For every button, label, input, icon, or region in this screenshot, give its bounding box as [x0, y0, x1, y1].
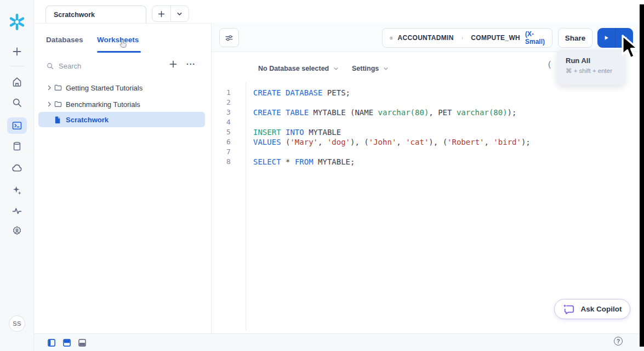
- worksheets-terminal-icon[interactable]: [7, 117, 27, 134]
- run-all-label: Run All: [566, 56, 625, 65]
- search-icon[interactable]: [12, 97, 22, 108]
- chevron-right-icon[interactable]: [46, 84, 54, 91]
- mouse-cursor: [620, 34, 641, 61]
- search-placeholder: Search: [59, 62, 81, 70]
- line-number: 1: [212, 88, 246, 98]
- tab-list-chevron-icon[interactable]: [170, 6, 189, 21]
- run-all-menu[interactable]: Run All ⌘ + shift + enter: [557, 49, 625, 85]
- code-line[interactable]: VALUES ('Mary', 'dog'), ('John', 'cat'),…: [253, 137, 531, 147]
- rail-divider: [10, 66, 24, 66]
- folder-label: Benchmarking Tutorials: [66, 100, 140, 109]
- line-number: 3: [212, 107, 246, 117]
- folder-row-benchmarking[interactable]: Benchmarking Tutorials: [38, 97, 205, 112]
- activity-icon[interactable]: [11, 205, 22, 217]
- chevron-down-icon: [383, 65, 389, 72]
- sidebar: Databases Worksheets Search ··· Getting …: [34, 23, 212, 333]
- code-lines[interactable]: CREATE DATABASE PETS; CREATE TABLE MYTAB…: [253, 88, 531, 167]
- active-tab-underline: [97, 51, 141, 53]
- gutter-divider: [246, 82, 246, 330]
- more-options-icon[interactable]: ···: [186, 60, 196, 69]
- role-badge-icon: [390, 33, 393, 43]
- snowflake-logo[interactable]: [8, 13, 26, 31]
- code-line[interactable]: CREATE DATABASE PETS;: [253, 88, 531, 98]
- bottom-bar: ?: [34, 333, 644, 351]
- code-line[interactable]: CREATE TABLE MYTABLE (NAME varchar(80), …: [253, 107, 531, 117]
- worksheet-tabbar: Scratchwork: [34, 0, 644, 23]
- line-number: 6: [212, 137, 246, 147]
- new-item-icon[interactable]: [12, 46, 22, 57]
- database-selector-label: No Database selected: [258, 65, 329, 72]
- cloud-icon[interactable]: [11, 162, 22, 174]
- worksheet-row-scratchwork-selected[interactable]: Scratchwork: [38, 112, 205, 127]
- ask-copilot-label: Ask Copilot: [580, 305, 622, 313]
- folder-icon: [54, 100, 66, 109]
- sidebar-tab-worksheets[interactable]: Worksheets: [97, 36, 139, 44]
- sidebar-actions: ···: [169, 60, 196, 69]
- main-area: ACCOUNTADMIN COMPUTE_WH (X-Small) Share …: [212, 23, 644, 333]
- role-name: ACCOUNTADMIN: [398, 34, 454, 42]
- help-button[interactable]: ?: [614, 337, 623, 346]
- share-button[interactable]: Share: [558, 28, 592, 48]
- database-selector[interactable]: No Database selected: [258, 65, 339, 72]
- code-gutter: 12345678: [212, 88, 246, 167]
- run-button[interactable]: [597, 28, 615, 48]
- worksheet-doc-icon: [54, 116, 66, 124]
- databases-icon[interactable]: [12, 141, 22, 152]
- play-icon: [602, 33, 611, 42]
- line-number: 4: [212, 117, 246, 127]
- separator-dot: [462, 37, 463, 39]
- copilot-sparkle-chat-icon: [562, 304, 575, 315]
- home-icon[interactable]: [11, 76, 22, 88]
- user-avatar[interactable]: SS: [9, 315, 25, 332]
- ask-copilot-button[interactable]: Ask Copilot: [554, 299, 630, 319]
- tab-label: Scratchwork: [54, 11, 95, 19]
- ai-sparkle-icon[interactable]: [12, 185, 22, 196]
- code-line[interactable]: SELECT * FROM MYTABLE;: [253, 157, 531, 167]
- settings-selector[interactable]: Settings: [352, 65, 389, 72]
- chevron-down-icon: [333, 65, 339, 72]
- context-selector[interactable]: ACCOUNTADMIN COMPUTE_WH (X-Small): [382, 28, 552, 48]
- folder-icon: [54, 83, 66, 92]
- sidebar-tab-databases[interactable]: Databases: [46, 36, 83, 44]
- run-all-shortcut: ⌘ + shift + enter: [566, 67, 625, 75]
- warehouse-name: COMPUTE_WH: [471, 34, 520, 42]
- tab-scratchwork[interactable]: Scratchwork: [45, 5, 146, 23]
- code-line[interactable]: [253, 117, 531, 127]
- worksheet-filters-button[interactable]: [219, 28, 239, 47]
- warehouse-size: (X-Small): [525, 30, 545, 46]
- left-rail: SS: [0, 0, 34, 351]
- settings-label: Settings: [352, 65, 379, 72]
- folder-row-getting-started[interactable]: Getting Started Tutorials: [38, 80, 205, 95]
- code-line[interactable]: [253, 147, 531, 157]
- code-line[interactable]: [253, 98, 531, 107]
- code-line[interactable]: INSERT INTO MYTABLE: [253, 127, 531, 137]
- worksheet-label: Scratchwork: [66, 116, 109, 124]
- search-icon: [46, 62, 54, 70]
- sidebar-search-input[interactable]: Search: [46, 62, 81, 70]
- worksheet-toolbar: ACCOUNTADMIN COMPUTE_WH (X-Small) Share: [212, 23, 644, 52]
- chevron-right-icon[interactable]: [46, 101, 54, 107]
- new-tab-button[interactable]: [152, 6, 170, 21]
- folder-label: Getting Started Tutorials: [66, 84, 143, 92]
- sliders-icon: [224, 33, 234, 43]
- hidden-icon-fragment: (: [548, 59, 551, 69]
- toggle-left-panel-icon[interactable]: [48, 339, 55, 347]
- toggle-bottom-panel-icon[interactable]: [78, 339, 86, 347]
- layout-toggles: [48, 339, 86, 347]
- toggle-top-panel-icon[interactable]: [63, 339, 71, 347]
- hand-cursor: [119, 39, 128, 48]
- admin-badge-icon[interactable]: [12, 225, 22, 236]
- line-number: 8: [212, 157, 246, 167]
- tab-actions: [152, 5, 189, 22]
- line-number: 7: [212, 147, 246, 157]
- line-number: 2: [212, 98, 246, 107]
- add-worksheet-icon[interactable]: [169, 60, 178, 69]
- line-number: 5: [212, 127, 246, 137]
